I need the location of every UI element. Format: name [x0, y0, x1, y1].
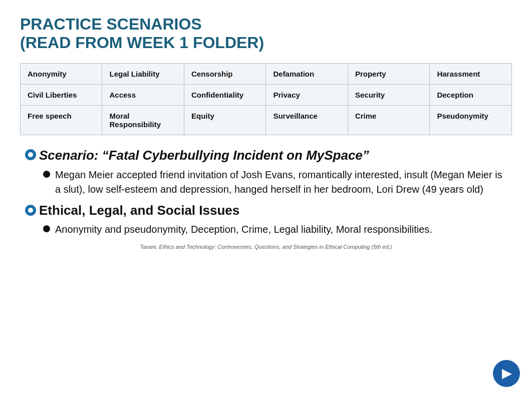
ethical-bullet-item: Anonymity and pseudonymity, Deception, C…	[43, 222, 507, 237]
footer: Tavani, Ethics and Technology: Controver…	[20, 244, 512, 250]
topics-table: AnonymityLegal LiabilityCensorshipDefama…	[20, 63, 512, 135]
table-cell-r0-c5: Harassment	[430, 63, 512, 84]
table-cell-r1-c3: Privacy	[266, 84, 348, 105]
table-cell-r0-c4: Property	[348, 63, 429, 84]
table-cell-r0-c1: Legal Liability	[102, 63, 184, 84]
table-cell-r1-c1: Access	[102, 84, 184, 105]
dot-icon-2	[43, 225, 50, 232]
ethical-title: Ethical, Legal, and Social Issues	[39, 201, 239, 218]
content-area: Scenario: “Fatal Cyberbullying Incident …	[20, 145, 512, 237]
table-cell-r0-c3: Defamation	[266, 63, 348, 84]
title-line1: PRACTICE SCENARIOS	[20, 15, 202, 33]
ethical-circle-icon	[25, 205, 36, 216]
table-cell-r1-c0: Civil Liberties	[21, 84, 102, 105]
table-cell-r2-c3: Surveillance	[266, 105, 348, 135]
table-cell-r0-c0: Anonymity	[21, 63, 102, 84]
scenario-bullet-item: Megan Meier accepted friend invitation o…	[43, 168, 507, 197]
ethical-text: Anonymity and pseudonymity, Deception, C…	[55, 222, 432, 237]
table-cell-r2-c2: Equity	[184, 105, 265, 135]
nav-button[interactable]: ▶	[493, 360, 520, 387]
scenario-bullet: Scenario: “Fatal Cyberbullying Incident …	[25, 145, 507, 164]
table-cell-r2-c4: Crime	[348, 105, 429, 135]
table-cell-r0-c2: Censorship	[184, 63, 265, 84]
slide-container: PRACTICE SCENARIOS (READ FROM WEEK 1 FOL…	[0, 0, 532, 399]
ethical-bullet: Ethical, Legal, and Social Issues	[25, 201, 507, 218]
slide-title: PRACTICE SCENARIOS (READ FROM WEEK 1 FOL…	[20, 15, 512, 52]
title-line2: (READ FROM WEEK 1 FOLDER)	[20, 34, 264, 52]
table-cell-r2-c0: Free speech	[21, 105, 102, 135]
scenario-circle-icon	[25, 149, 36, 160]
table-cell-r1-c5: Deception	[430, 84, 512, 105]
scenario-text: Megan Meier accepted friend invitation o…	[55, 168, 507, 197]
scenario-title: Scenario: “Fatal Cyberbullying Incident …	[39, 145, 369, 164]
table-cell-r2-c5: Pseudonymity	[430, 105, 512, 135]
table-cell-r1-c2: Confidentiality	[184, 84, 265, 105]
dot-icon-1	[43, 171, 50, 178]
table-cell-r1-c4: Security	[348, 84, 429, 105]
table-cell-r2-c1: Moral Responsibility	[102, 105, 184, 135]
